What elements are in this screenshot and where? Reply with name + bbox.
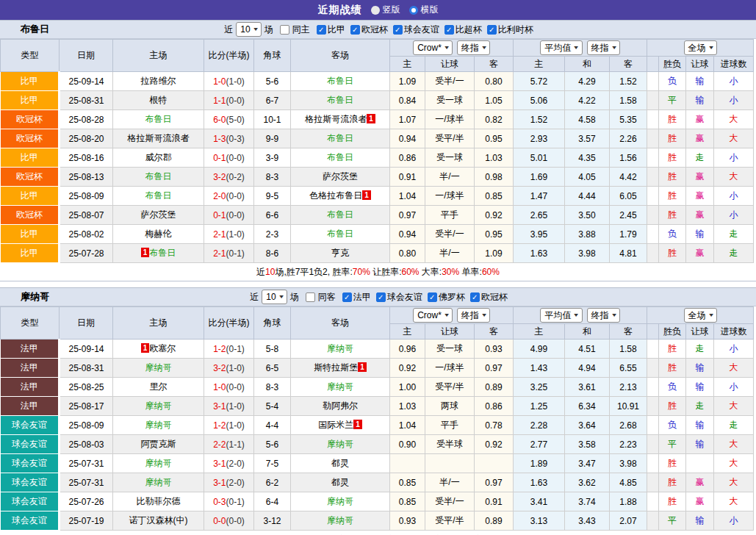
scope-select[interactable]: 全场▾ bbox=[684, 308, 717, 323]
home-team-name: 梅赫伦 bbox=[145, 229, 172, 239]
league-checkbox[interactable]: ✓ bbox=[317, 25, 326, 35]
matches-label: 场 bbox=[264, 24, 273, 36]
league-checkbox[interactable]: ✓ bbox=[487, 25, 497, 35]
league-checkbox-label[interactable]: 欧冠杯 bbox=[481, 291, 508, 304]
odds-source-header: Crow*▾终指▾ bbox=[390, 40, 514, 57]
same-venue-label[interactable]: 同主 bbox=[292, 24, 310, 36]
odds-stage-select[interactable]: 终指▾ bbox=[457, 308, 490, 323]
away-team-cell: 布鲁日 bbox=[291, 206, 390, 225]
avg-home-cell: 2.28 bbox=[514, 416, 565, 435]
summary-segment: 10 bbox=[265, 267, 275, 277]
win-draw-loss-cell: 胜 bbox=[659, 340, 686, 359]
goals-result-cell: 大 bbox=[714, 359, 754, 378]
odds-stage-select[interactable]: 终指▾ bbox=[457, 40, 490, 55]
league-checkbox[interactable]: ✓ bbox=[376, 292, 386, 302]
average-select-value: 平均值 bbox=[544, 309, 571, 321]
spacer-cell bbox=[647, 206, 659, 225]
league-checkbox-label[interactable]: 佛罗杯 bbox=[439, 291, 465, 304]
halftime-score: (0-0) bbox=[226, 210, 245, 220]
away-team-name: 布鲁日 bbox=[327, 152, 353, 162]
average-stage-select[interactable]: 终指▾ bbox=[587, 308, 620, 323]
halftime-score: (0-3) bbox=[226, 134, 245, 144]
scope-select[interactable]: 全场▾ bbox=[684, 40, 717, 55]
bookmaker-select-value: Crow* bbox=[417, 309, 442, 321]
league-checkbox-label[interactable]: 比利时杯 bbox=[498, 24, 533, 36]
away-odds-cell: 0.89 bbox=[475, 511, 514, 531]
average-stage-select[interactable]: 终指▾ bbox=[587, 40, 620, 55]
home-team-name: 摩纳哥 bbox=[145, 420, 172, 430]
corners-cell: 8-3 bbox=[254, 378, 291, 397]
table-row: 球会友谊25-08-09摩纳哥1-2(1-0)4-4国际米兰11.04平手0.7… bbox=[1, 416, 754, 435]
horizontal-layout-label[interactable]: 横版 bbox=[421, 4, 439, 16]
score-cell: 3-2(0-2) bbox=[204, 168, 254, 187]
home-odds-cell: 1.09 bbox=[390, 72, 425, 91]
score-cell: 3-1(2-0) bbox=[204, 454, 254, 473]
bookmaker-select[interactable]: Crow*▾ bbox=[413, 308, 453, 323]
home-team-name: 布鲁日 bbox=[145, 114, 172, 124]
average-select[interactable]: 平均值▾ bbox=[540, 40, 582, 55]
away-team-cell: 布鲁日 bbox=[291, 72, 390, 91]
avg-draw-cell: 3.50 bbox=[565, 206, 610, 225]
corners-cell: 5-6 bbox=[254, 72, 291, 91]
header-row-selects: 类型日期主场比分(半场)角球客场Crow*▾终指▾平均值▾终指▾全场▾ bbox=[1, 307, 754, 324]
handicap-result-cell: 赢 bbox=[686, 473, 714, 492]
average-select[interactable]: 平均值▾ bbox=[540, 308, 582, 323]
league-checkbox-label[interactable]: 欧冠杯 bbox=[361, 24, 388, 36]
fulltime-score: 6-0 bbox=[213, 115, 226, 125]
spacer-cell bbox=[647, 511, 659, 531]
home-team-name: 拉路维尔 bbox=[141, 76, 176, 86]
away-odds-cell: 0.95 bbox=[475, 225, 514, 244]
home-team-cell: 根特 bbox=[113, 91, 204, 110]
table-row: 欧冠杯25-08-20格拉斯哥流浪者1-3(0-3)9-9布鲁日0.94受平/半… bbox=[1, 129, 754, 148]
same-venue-checkbox[interactable] bbox=[306, 292, 315, 302]
league-checkbox-label[interactable]: 法甲 bbox=[353, 291, 371, 304]
home-odds-cell: 0.80 bbox=[390, 244, 425, 263]
avg-subheader: 客 bbox=[610, 324, 647, 340]
table-row: 比甲25-08-16威尔郡0-1(0-0)3-9布鲁日0.86受一球1.035.… bbox=[1, 148, 754, 168]
table-row: 球会友谊25-07-19诺丁汉森林(中)0-0(0-0)3-12摩纳哥0.93受… bbox=[1, 511, 754, 531]
league-checkbox[interactable]: ✓ bbox=[393, 25, 403, 35]
league-checkbox-label[interactable]: 球会友谊 bbox=[404, 24, 439, 36]
near-label: 近 bbox=[224, 24, 233, 36]
score-cell: 3-2(1-0) bbox=[204, 359, 254, 378]
home-team-cell: 布鲁日 bbox=[113, 187, 204, 206]
score-cell: 1-2(1-0) bbox=[204, 416, 254, 435]
same-venue-checkbox[interactable] bbox=[280, 25, 289, 35]
avg-draw-cell: 3.61 bbox=[565, 378, 610, 397]
league-type-cell: 比甲 bbox=[1, 72, 60, 91]
vertical-layout-label[interactable]: 竖版 bbox=[383, 4, 400, 16]
result-subheader: 让球 bbox=[686, 57, 714, 72]
spacer-cell bbox=[647, 378, 659, 397]
match-count-select[interactable]: 10▾ bbox=[262, 290, 287, 304]
vertical-layout-radio[interactable] bbox=[371, 6, 380, 15]
league-checkbox[interactable]: ✓ bbox=[444, 25, 454, 35]
fulltime-score: 3-1 bbox=[213, 401, 226, 412]
away-odds-cell: 0.89 bbox=[475, 378, 514, 397]
league-checkbox-label[interactable]: 球会友谊 bbox=[387, 291, 422, 304]
away-odds-cell: 0.93 bbox=[475, 340, 514, 359]
handicap-cell: 受平/半 bbox=[425, 511, 475, 531]
spacer-cell bbox=[647, 473, 659, 492]
score-cell: 1-3(0-3) bbox=[204, 129, 254, 148]
table-row: 法甲25-08-25里尔1-0(0-0)8-3摩纳哥1.00受平/半0.893.… bbox=[1, 378, 754, 397]
league-checkbox[interactable]: ✓ bbox=[350, 25, 360, 35]
league-checkbox-label[interactable]: 比甲 bbox=[328, 24, 345, 36]
league-checkbox[interactable]: ✓ bbox=[470, 292, 480, 302]
league-checkbox[interactable]: ✓ bbox=[428, 292, 437, 302]
home-team-name: 比勒菲尔德 bbox=[137, 496, 181, 506]
away-team-cell: 摩纳哥 bbox=[291, 435, 390, 454]
layout-option-vertical: 竖版 bbox=[371, 4, 400, 16]
spacer-cell bbox=[647, 110, 659, 129]
match-count-select[interactable]: 10▾ bbox=[236, 22, 261, 37]
bookmaker-select[interactable]: Crow*▾ bbox=[413, 40, 453, 55]
home-odds-cell: 1.07 bbox=[390, 110, 425, 129]
horizontal-layout-radio[interactable] bbox=[409, 6, 418, 15]
same-venue-label[interactable]: 同客 bbox=[318, 291, 336, 304]
league-checkbox[interactable]: ✓ bbox=[342, 292, 352, 302]
goals-result-cell: 小 bbox=[714, 378, 754, 397]
handicap-cell: 受一球 bbox=[425, 148, 475, 168]
score-cell: 0-1(0-0) bbox=[204, 148, 254, 168]
league-checkbox-label[interactable]: 比超杯 bbox=[456, 24, 482, 36]
away-odds-cell: 0.98 bbox=[475, 168, 514, 187]
spacer-cell bbox=[647, 187, 659, 206]
